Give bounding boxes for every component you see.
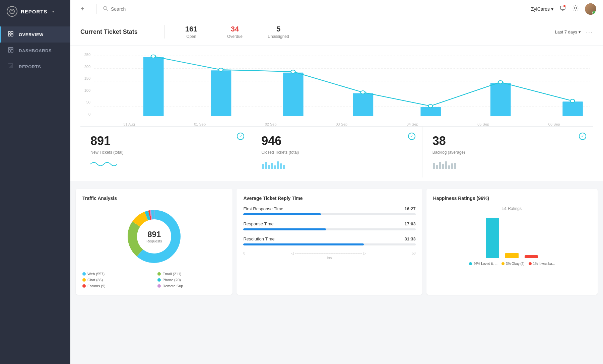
search-input[interactable] (111, 6, 304, 12)
stats-title: Current Ticket Stats (80, 28, 154, 35)
svg-rect-28 (420, 107, 441, 116)
happiness-chart (433, 214, 591, 258)
svg-line-14 (107, 9, 108, 11)
open-label: Open (175, 34, 208, 39)
legend-web: Web (557) (82, 272, 151, 276)
svg-point-16 (563, 5, 565, 7)
legend-dot-remote (157, 284, 161, 288)
settings-icon[interactable] (572, 5, 579, 13)
closed-tickets-value: 946 (261, 134, 412, 148)
svg-rect-49 (442, 164, 444, 169)
svg-rect-29 (490, 83, 511, 116)
chart-container: 250 200 150 100 50 0 (80, 53, 593, 126)
sidebar-nav: OVERVIEW DASHBOARDS (0, 26, 70, 75)
legend-email: Email (211) (157, 272, 226, 276)
svg-rect-30 (562, 101, 583, 116)
legend-loved: 96% Loved it. ... (469, 262, 497, 266)
sidebar-item-dashboards[interactable]: DASHBOARDS (0, 43, 70, 59)
backlog-value: 38 (432, 134, 583, 148)
donut-legend: Web (557) Email (211) Chat (86) Pho (82, 272, 226, 288)
reply-row-resolution: Resolution Time 31:33 (243, 236, 415, 245)
reply-bar-3 (243, 243, 364, 245)
svg-rect-5 (8, 48, 13, 49)
avatar-image (585, 3, 596, 15)
main-area: + ZylCares ▾ (70, 0, 603, 364)
sidebar-item-label: DASHBOARDS (19, 48, 52, 53)
period-selector[interactable]: Last 7 days ▾ (555, 29, 581, 34)
reply-bar-bg-3 (243, 243, 415, 245)
svg-rect-26 (283, 73, 304, 116)
reply-row-header-3: Resolution Time 31:33 (243, 236, 415, 241)
svg-rect-4 (11, 34, 13, 36)
svg-point-36 (498, 81, 503, 84)
chart-x-labels: 31 Aug 01 Sep 02 Sep 03 Sep 04 Sep 05 Se… (94, 122, 590, 126)
chart-area (94, 53, 590, 116)
svg-rect-25 (211, 70, 231, 116)
reply-bar-1 (243, 213, 321, 215)
stats-divider (164, 25, 164, 39)
svg-point-13 (104, 6, 107, 10)
donut-value: 891 (146, 230, 162, 239)
sidebar-item-reports[interactable]: REPORTS (0, 59, 70, 75)
svg-rect-10 (11, 65, 11, 68)
chart-section: 250 200 150 100 50 0 (70, 46, 603, 181)
wave-chart (90, 159, 241, 170)
svg-point-0 (10, 9, 14, 14)
svg-point-32 (219, 68, 223, 72)
svg-rect-24 (143, 57, 164, 116)
notifications-icon[interactable] (559, 5, 566, 13)
bars-chart-3 (432, 159, 583, 170)
svg-rect-39 (265, 162, 267, 169)
metric-cards: ✓ 891 New Tickets (total) ✓ 946 Closed T… (80, 126, 593, 177)
app-logo[interactable]: REPORTS ▾ (0, 0, 70, 23)
happiness-bar-bad (525, 255, 538, 258)
svg-rect-46 (433, 163, 435, 169)
svg-point-37 (570, 99, 575, 103)
reply-title: Average Ticket Reply Time (243, 196, 415, 201)
stats-header: Current Ticket Stats 161 Open 34 Overdue… (70, 18, 603, 46)
add-button[interactable]: + (77, 4, 88, 14)
reply-bar-bg-2 (243, 228, 415, 230)
bad-bar (525, 255, 538, 258)
metric-check-3: ✓ (579, 133, 586, 140)
bottom-panels: Traffic Analysis (70, 184, 603, 300)
overdue-value: 34 (218, 25, 252, 33)
svg-rect-43 (277, 161, 279, 169)
svg-point-31 (151, 55, 155, 58)
reply-row-header-1: First Response Time 16:27 (243, 206, 415, 211)
svg-point-33 (291, 70, 295, 73)
stats-overdue: 34 Overdue (218, 25, 252, 39)
svg-rect-44 (280, 163, 282, 169)
svg-rect-7 (11, 50, 13, 52)
legend-dot-phone (157, 278, 161, 282)
sidebar: REPORTS ▾ OVERVIEW DAS (0, 0, 70, 364)
loved-bar (486, 218, 499, 258)
user-avatar[interactable] (585, 3, 596, 15)
traffic-title: Traffic Analysis (82, 196, 226, 201)
overview-icon (7, 31, 14, 38)
reply-bar-2 (243, 228, 326, 230)
reports-icon (7, 63, 14, 70)
donut-container: 891 Requests Web (557) Email (211) (82, 206, 226, 288)
stats-controls: Last 7 days ▾ ··· (555, 28, 593, 35)
scale-end: 50 (412, 251, 416, 255)
reply-row-header-2: Response Time 17:03 (243, 221, 415, 226)
username-display[interactable]: ZylCares ▾ (531, 6, 553, 12)
legend-phone: Phone (20) (157, 278, 226, 282)
legend-bad: 1% It was ba... (529, 262, 555, 266)
legend-chat: Chat (86) (82, 278, 151, 282)
new-tickets-label: New Tickets (total) (90, 150, 241, 155)
svg-rect-42 (274, 165, 276, 169)
chart-y-labels: 250 200 150 100 50 0 (80, 53, 90, 116)
search-bar (103, 6, 304, 12)
happiness-title: Happiness Ratings (96%) (433, 196, 591, 201)
reply-panel: Average Ticket Reply Time First Response… (237, 189, 422, 295)
okay-bar (505, 253, 519, 258)
legend-dot-bad (529, 262, 532, 265)
sidebar-item-overview[interactable]: OVERVIEW (0, 26, 70, 43)
more-options[interactable]: ··· (586, 28, 593, 35)
svg-rect-41 (271, 163, 273, 169)
legend-dot-forums (82, 284, 86, 288)
svg-rect-52 (451, 163, 453, 169)
app-chevron: ▾ (52, 10, 54, 13)
